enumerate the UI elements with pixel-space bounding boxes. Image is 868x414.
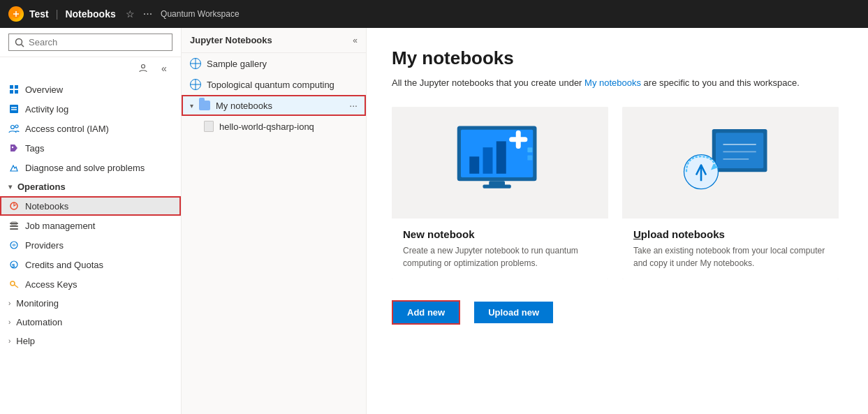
notebook-item-sample-gallery-label: Sample gallery	[207, 59, 267, 69]
add-new-button[interactable]: Add new	[392, 300, 460, 325]
monitoring-chevron: ›	[8, 300, 10, 307]
sidebar-item-overview[interactable]: Overview	[0, 80, 181, 99]
credits-icon: $	[8, 259, 20, 270]
sidebar: « Overview Activity log Access control (…	[0, 28, 182, 414]
new-notebook-card-body: New notebook Create a new Jupyter notebo…	[392, 219, 608, 279]
svg-rect-32	[527, 147, 532, 152]
diagnose-icon	[8, 162, 20, 173]
sidebar-item-monitoring-label: Monitoring	[16, 298, 59, 309]
my-notebooks-dots[interactable]: ···	[349, 100, 358, 111]
new-notebook-title: New notebook	[403, 228, 597, 240]
favorite-star[interactable]: ☆	[126, 8, 135, 20]
svg-rect-7	[10, 105, 18, 113]
svg-line-22	[15, 285, 19, 288]
sidebar-item-access-keys[interactable]: Access Keys	[0, 274, 181, 294]
notebook-item-sample-gallery[interactable]: Sample gallery	[182, 53, 366, 74]
svg-point-11	[15, 125, 18, 128]
sidebar-item-providers[interactable]: Providers	[0, 235, 181, 255]
more-options[interactable]: ···	[143, 8, 152, 20]
search-box[interactable]	[8, 34, 172, 51]
search-input[interactable]	[29, 37, 166, 47]
access-keys-icon	[8, 279, 20, 290]
sidebar-item-diagnose-label: Diagnose and solve problems	[25, 163, 145, 173]
job-management-icon	[8, 220, 20, 231]
workspace-title: Test	[29, 8, 49, 20]
new-notebook-card: New notebook Create a new Jupyter notebo…	[392, 107, 608, 279]
providers-icon	[8, 239, 20, 251]
svg-point-10	[11, 126, 15, 129]
tags-icon	[8, 142, 20, 154]
sidebar-actions: «	[0, 57, 181, 80]
upload-notebooks-desc: Take an existing notebook from your loca…	[633, 244, 827, 269]
overview-icon	[8, 84, 20, 95]
svg-rect-15	[10, 226, 18, 227]
help-chevron: ›	[8, 337, 10, 345]
cards-row: New notebook Create a new Jupyter notebo…	[392, 107, 843, 279]
upload-u-letter: U	[633, 228, 641, 240]
sidebar-item-credits-label: Credits and Quotas	[25, 260, 103, 270]
page-title: My notebooks	[392, 47, 843, 69]
workspace-subtitle: Quantum Workspace	[161, 9, 240, 19]
access-control-icon	[8, 123, 20, 134]
svg-line-1	[22, 44, 24, 47]
subtitle-text: All the Jupyter notebooks that you creat…	[392, 77, 584, 88]
my-notebooks-chevron: ▾	[190, 102, 193, 110]
sidebar-item-access-control-label: Access control (IAM)	[25, 124, 109, 134]
sidebar-item-job-management-label: Job management	[25, 221, 95, 231]
sidebar-item-notebooks[interactable]: Notebooks	[0, 196, 181, 216]
svg-rect-31	[483, 184, 511, 188]
sidebar-item-activity-log-label: Activity log	[25, 104, 68, 114]
sidebar-item-activity-log[interactable]: Activity log	[0, 99, 181, 119]
sidebar-item-help[interactable]: › Help	[0, 332, 181, 350]
svg-rect-33	[527, 155, 532, 160]
sidebar-item-automation[interactable]: › Automation	[0, 313, 181, 332]
svg-rect-27	[496, 141, 506, 173]
automation-chevron: ›	[8, 318, 10, 326]
sidebar-item-operations[interactable]: ▾ Operations	[0, 177, 181, 196]
subtitle-suffix: are specific to you and this workspace.	[641, 77, 800, 88]
notebooks-panel-collapse[interactable]: «	[353, 36, 358, 45]
topbar: Test | Notebooks ☆ ··· Quantum Workspace	[0, 0, 868, 28]
notebooks-panel: Jupyter Notebooks « Sample gallery Topol…	[182, 28, 367, 414]
sidebar-item-providers-label: Providers	[25, 240, 64, 251]
notebook-item-my-notebooks[interactable]: ▾ My notebooks ···	[182, 95, 366, 116]
upload-new-button[interactable]: Upload new	[474, 302, 553, 323]
main-area: « Overview Activity log Access control (…	[0, 28, 868, 414]
new-notebook-desc: Create a new Jupyter notebook to run qua…	[403, 244, 597, 269]
svg-point-0	[16, 38, 22, 45]
upload-notebooks-card: Upload notebooks Take an existing notebo…	[622, 107, 839, 279]
svg-rect-29	[516, 130, 521, 148]
upload-notebooks-illustration	[622, 107, 839, 219]
svg-text:$: $	[12, 263, 15, 269]
sidebar-item-overview-label: Overview	[25, 84, 63, 95]
upload-notebooks-title: Upload notebooks	[633, 228, 827, 240]
notebook-item-hello-world[interactable]: hello-world-qsharp-ionq	[182, 116, 366, 137]
content-area: My notebooks All the Jupyter notebooks t…	[367, 28, 868, 414]
notebook-item-topological[interactable]: Topological quantum computing	[182, 74, 366, 95]
sidebar-item-access-keys-label: Access Keys	[25, 279, 77, 290]
notebooks-panel-header: Jupyter Notebooks «	[182, 28, 366, 53]
sidebar-item-help-label: Help	[16, 336, 35, 346]
sidebar-action-person[interactable]	[135, 60, 152, 77]
svg-rect-16	[10, 228, 18, 230]
actions-row: Add new Upload new	[392, 300, 843, 325]
search-area	[0, 28, 181, 57]
globe-icon-topological	[190, 79, 201, 90]
svg-rect-25	[469, 156, 479, 174]
sidebar-item-diagnose[interactable]: Diagnose and solve problems	[0, 158, 181, 177]
svg-point-2	[142, 65, 145, 68]
sidebar-item-monitoring[interactable]: › Monitoring	[0, 294, 181, 313]
svg-rect-35	[716, 133, 763, 168]
folder-icon-my-notebooks	[199, 101, 210, 110]
title-separator: |	[56, 8, 59, 20]
sidebar-item-access-control[interactable]: Access control (IAM)	[0, 119, 181, 138]
sidebar-collapse-btn[interactable]: «	[156, 60, 172, 77]
subtitle-link[interactable]: My notebooks	[584, 77, 641, 88]
sidebar-item-tags[interactable]: Tags	[0, 138, 181, 158]
svg-point-12	[12, 147, 13, 148]
globe-icon-sample	[190, 58, 201, 69]
operations-chevron: ▾	[8, 183, 12, 191]
activity-log-icon	[8, 103, 20, 114]
sidebar-item-credits-quotas[interactable]: $ Credits and Quotas	[0, 255, 181, 274]
sidebar-item-job-management[interactable]: Job management	[0, 216, 181, 235]
